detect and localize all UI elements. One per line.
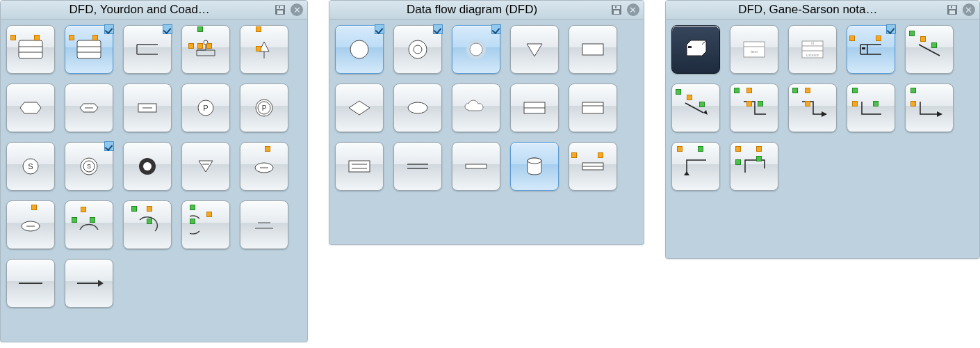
badge-icon (886, 24, 896, 34)
svg-text:S: S (28, 162, 33, 171)
shape-arc-1[interactable] (65, 200, 113, 249)
shape-table-2[interactable]: idLocation (788, 25, 837, 74)
shape-conn-L2[interactable] (905, 84, 954, 132)
panel-header: Data flow diagram (DFD) ✕ (329, 1, 643, 19)
svg-rect-51 (582, 44, 603, 55)
panel-actions: ✕ (274, 3, 303, 16)
panel-actions: ✕ (610, 3, 639, 16)
shape-line[interactable] (6, 259, 55, 308)
panel-yourdon-coad: DFD, Yourdon and Coad… ✕ (0, 0, 308, 342)
svg-text:P: P (203, 104, 208, 112)
save-icon[interactable] (610, 3, 623, 16)
shape-down-tri[interactable] (510, 25, 559, 74)
shape-arc-2[interactable] (123, 200, 172, 249)
svg-rect-3 (279, 6, 280, 8)
svg-point-46 (350, 40, 368, 58)
svg-rect-70 (951, 6, 952, 8)
svg-rect-72 (688, 46, 692, 48)
shape-rect-split-top[interactable] (569, 84, 617, 132)
shape-ellipse-dot-2[interactable] (6, 200, 55, 249)
shape-rect[interactable] (569, 25, 617, 74)
panel-header: DFD, Yourdon and Coad… ✕ (1, 1, 307, 19)
panel-body (329, 19, 643, 196)
panel-title: Data flow diagram (DFD) (334, 3, 610, 17)
close-icon[interactable]: ✕ (627, 3, 639, 16)
shape-conn-diag-arrow[interactable] (671, 84, 720, 132)
svg-point-52 (408, 102, 427, 113)
panel-title: DFD, Yourdon and Coad… (5, 3, 274, 17)
svg-text:text: text (751, 49, 758, 54)
badge-icon (104, 24, 114, 34)
shape-open-rect[interactable] (847, 25, 895, 74)
shape-process-tree[interactable] (181, 25, 230, 74)
shape-two-lines[interactable] (240, 200, 288, 249)
shape-conn-L4[interactable] (730, 142, 778, 191)
shape-single-bar[interactable] (452, 142, 500, 191)
shape-table-1[interactable]: text (730, 25, 778, 74)
shape-double-line[interactable] (393, 142, 442, 191)
shape-down-triangle[interactable] (181, 142, 230, 191)
shape-conn-step1[interactable] (730, 84, 778, 132)
panel-actions: ✕ (946, 3, 975, 16)
svg-text:id: id (811, 41, 814, 45)
shape-store-3d[interactable] (671, 25, 720, 74)
svg-rect-55 (582, 102, 603, 113)
shape-hex-ext-2[interactable] (65, 84, 113, 132)
panel-body: text idLocation (666, 19, 979, 196)
svg-point-47 (409, 40, 427, 58)
svg-point-64 (528, 158, 541, 164)
shape-conn-diag[interactable] (905, 25, 954, 74)
shape-ellipse-dot-1[interactable] (240, 142, 288, 191)
save-icon[interactable] (946, 3, 958, 16)
svg-rect-4 (19, 40, 42, 58)
svg-rect-7 (77, 40, 101, 58)
panel-body: P P S S (1, 19, 307, 313)
shape-conn-step2[interactable] (788, 84, 837, 132)
shape-circle-target[interactable] (393, 25, 442, 74)
shape-hex-ext-1[interactable] (6, 84, 55, 132)
svg-point-50 (470, 43, 482, 56)
svg-text:S: S (87, 163, 91, 170)
shape-proc-rect[interactable] (123, 84, 172, 132)
shape-rect-mid[interactable] (569, 142, 617, 191)
close-icon[interactable]: ✕ (963, 3, 975, 16)
shape-ellipse[interactable] (393, 84, 442, 132)
shape-conn-L3[interactable] (671, 142, 720, 191)
close-icon[interactable]: ✕ (291, 3, 303, 16)
badge-icon (163, 24, 172, 34)
svg-rect-69 (949, 10, 955, 14)
shape-arrow[interactable] (65, 259, 113, 308)
svg-text:Location: Location (806, 53, 819, 57)
save-icon[interactable] (274, 3, 286, 16)
svg-rect-81 (862, 47, 865, 49)
shape-circle[interactable] (335, 25, 384, 74)
svg-rect-57 (349, 161, 370, 172)
badge-icon (104, 141, 114, 151)
shape-arc-3[interactable] (181, 200, 230, 249)
shape-conn-L1[interactable] (847, 84, 895, 132)
shape-ring[interactable] (123, 142, 172, 191)
panel-header: DFD, Gane-Sarson nota… ✕ (666, 1, 979, 19)
shape-diamond[interactable] (335, 84, 384, 132)
shape-data-store-open[interactable] (123, 25, 172, 74)
shape-s-circle-target[interactable]: S (65, 142, 113, 191)
shape-cloud[interactable] (452, 84, 500, 132)
badge-icon (491, 24, 501, 34)
badge-icon (375, 24, 384, 34)
shape-rect-split-h[interactable] (510, 84, 559, 132)
svg-rect-62 (466, 164, 487, 168)
shape-cylinder[interactable] (510, 142, 559, 191)
shape-rect-bars[interactable] (335, 142, 384, 191)
workspace: DFD, Yourdon and Coad… ✕ (0, 0, 980, 342)
panel-dfd: Data flow diagram (DFD) ✕ (329, 0, 644, 245)
svg-rect-2 (277, 10, 283, 14)
shape-p-circle-bold[interactable]: P (240, 84, 288, 132)
shape-data-store-2[interactable] (65, 25, 113, 74)
svg-rect-45 (615, 6, 616, 8)
panel-gane-sarson: DFD, Gane-Sarson nota… ✕ text idLocation (665, 0, 980, 259)
shape-process-triangle[interactable] (240, 25, 288, 74)
shape-s-circle[interactable]: S (6, 142, 55, 191)
shape-data-store-1[interactable] (6, 25, 55, 74)
shape-p-circle[interactable]: P (181, 84, 230, 132)
shape-circle-glow[interactable] (452, 25, 500, 74)
